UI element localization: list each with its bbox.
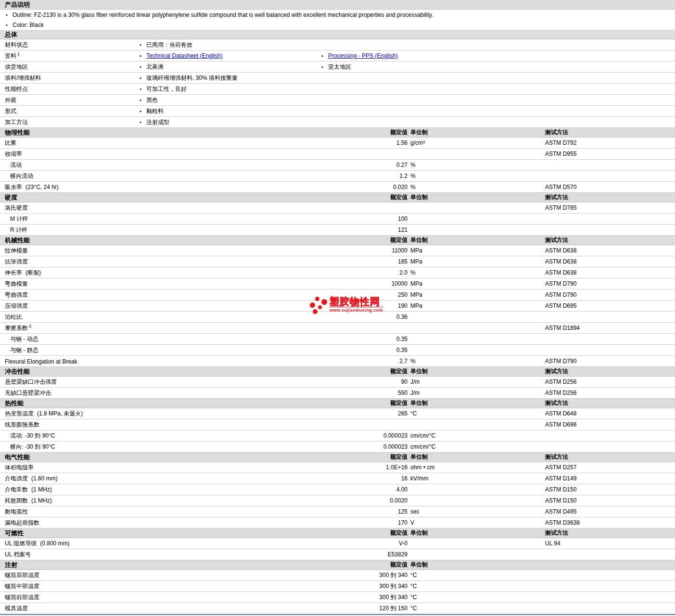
section-rows: UL 阻燃等级(0.800 mm) V-0 UL 94 UL 档案号 E5382… [0, 538, 675, 560]
column-header-value: 额定值 [289, 529, 408, 537]
property-row: 流动: -30 到 90°C 0.000023 cm/cm/°C [0, 430, 675, 441]
column-header-value: 额定值 [289, 453, 408, 461]
property-unit: % [410, 173, 545, 179]
general-row: 加工方法 • 注射成型 • [0, 117, 675, 128]
section-header-general: 总体 [0, 30, 675, 39]
property-label: 螺筒中部温度 [5, 583, 39, 590]
bullet-icon: • [6, 22, 13, 28]
section-rows: 螺筒后部温度 300 到 340 °C 螺筒中部温度 300 到 340 °C … [0, 570, 675, 614]
property-section: 硬度 额定值 单位制 测试方法 洛氏硬度 ASTM D785 M 计秤 100 … [0, 193, 675, 236]
property-label: 横向: -30 到 90°C [10, 443, 55, 450]
column-header-value: 额定值 [289, 236, 408, 244]
column-header-method: 测试方法 [545, 193, 675, 201]
property-value: 1.56 [289, 139, 408, 146]
property-row: M 计秤 100 [0, 214, 675, 225]
document-link[interactable]: Processing - PPS (English) [328, 52, 398, 59]
column-header-method: 测试方法 [545, 529, 675, 537]
general-value-1: 玻璃纤维增强材料, 30% 填料按重量 [146, 74, 238, 82]
property-test-method: ASTM D792 [545, 139, 675, 146]
section-rows: 比重 1.56 g/cm³ ASTM D792 收缩率 ASTM D955 流动… [0, 138, 675, 193]
property-unit: °C [410, 583, 545, 590]
property-test-method: ASTM D150 [545, 497, 675, 504]
property-row: 摩擦系数2 ASTM D1894 [0, 323, 675, 334]
property-value: 4.00 [289, 486, 408, 493]
property-unit: MPa [410, 291, 545, 298]
bullet-icon: • [140, 75, 146, 81]
property-unit: °C [410, 605, 545, 612]
general-col1: • 北美洲 [140, 63, 321, 71]
property-row: UL 档案号 E53829 [0, 549, 675, 560]
property-value: 250 [289, 291, 408, 298]
property-label: 体积电阻率 [5, 464, 34, 471]
bullet-icon: • [321, 64, 328, 70]
property-row: 比重 1.56 g/cm³ ASTM D792 [0, 138, 675, 149]
property-section: 物理性能 额定值 单位制 测试方法 比重 1.56 g/cm³ ASTM D79… [0, 128, 675, 193]
property-value: 265 [289, 410, 408, 417]
property-section-header: 冲击性能 额定值 单位制 测试方法 [0, 367, 675, 377]
property-test-method: ASTM D149 [545, 475, 675, 482]
property-row: 收缩率 ASTM D955 [0, 149, 675, 160]
property-test-method: ASTM D638 [545, 269, 675, 276]
property-test-method: ASTM D638 [545, 247, 675, 254]
general-col1: • 颗粒料 [140, 107, 321, 115]
property-value: 0.35 [289, 336, 408, 342]
property-value: 0.27 [289, 162, 408, 168]
property-unit: MPa [410, 247, 545, 254]
property-condition: (0.800 mm) [40, 540, 69, 547]
property-value: 165 [289, 258, 408, 265]
section-title: 可燃性 [0, 529, 289, 538]
property-label: UL 档案号 [5, 551, 31, 558]
general-col1: • Technical Datasheet (English) [140, 52, 321, 59]
property-row: 吸水率(23°C, 24 hr) 0.020 % ASTM D570 [0, 182, 675, 193]
property-label: 与钢 - 动态 [10, 336, 38, 342]
property-value: 2.0 [289, 269, 408, 276]
column-header-method: 测试方法 [545, 236, 675, 244]
bullet-icon: • [140, 53, 146, 59]
column-header-unit: 单位制 [410, 193, 545, 201]
property-row: 横向流动 1.2 % [0, 171, 675, 182]
property-label: 收缩率 [5, 151, 22, 157]
property-label: M 计秤 [10, 215, 28, 222]
column-header-value: 额定值 [289, 561, 408, 569]
property-value: 0.000023 [289, 443, 408, 450]
property-test-method: ASTM D3638 [545, 519, 675, 526]
property-label: 抗张强度 [5, 258, 28, 265]
document-link[interactable]: Technical Datasheet (English) [146, 52, 223, 59]
property-section-header: 热性能 额定值 单位制 测试方法 [0, 399, 675, 408]
property-test-method: ASTM D638 [545, 258, 675, 265]
property-section-header: 硬度 额定值 单位制 测试方法 [0, 193, 675, 202]
property-unit: kV/mm [410, 475, 545, 482]
general-value-1: 颗粒料 [146, 107, 164, 115]
general-row: 填料/增强材料 • 玻璃纤维增强材料, 30% 填料按重量 • [0, 73, 675, 84]
property-section: 热性能 额定值 单位制 测试方法 热变形温度(1.8 MPa, 未退火) 265… [0, 399, 675, 453]
property-label: 形式 [5, 108, 16, 114]
property-label: 伸长率 [5, 269, 22, 276]
column-header-value: 额定值 [289, 193, 408, 201]
bullet-icon: • [140, 97, 146, 103]
property-value: 2.7 [289, 358, 408, 365]
column-header-value: 额定值 [289, 399, 408, 407]
property-label: 吸水率 [5, 184, 22, 190]
property-label: 资料 [5, 52, 16, 59]
property-row: Flexural Elongation at Break 2.7 % ASTM … [0, 356, 675, 367]
bullet-icon: • [140, 108, 146, 114]
property-row: 耐电弧性 125 sec ASTM D495 [0, 506, 675, 517]
column-header-value: 额定值 [289, 128, 408, 137]
property-row: 弯曲强度 250 MPa ASTM D790 [0, 289, 675, 301]
property-label: 模具温度 [5, 605, 28, 612]
property-unit: MPa [410, 258, 545, 265]
property-section-header: 机械性能 额定值 单位制 测试方法 [0, 236, 675, 245]
general-value-2: 亚太地区 [328, 63, 351, 71]
section-rows: 洛氏硬度 ASTM D785 M 计秤 100 R 计秤 121 [0, 202, 675, 236]
property-test-method: ASTM D1894 [545, 325, 675, 331]
property-value: E53829 [289, 551, 408, 558]
property-unit: % [410, 162, 545, 168]
property-value: 0.0020 [289, 497, 408, 504]
general-col1: • 注射成型 [140, 118, 321, 126]
bullet-icon: • [140, 42, 146, 48]
property-label-sup: 1 [17, 51, 20, 56]
property-value: 11000 [289, 247, 408, 254]
general-row: 资料1 • Technical Datasheet (English) • Pr… [0, 50, 675, 62]
column-header-unit: 单位制 [410, 367, 545, 376]
general-col1: • 玻璃纤维增强材料, 30% 填料按重量 [140, 74, 321, 82]
